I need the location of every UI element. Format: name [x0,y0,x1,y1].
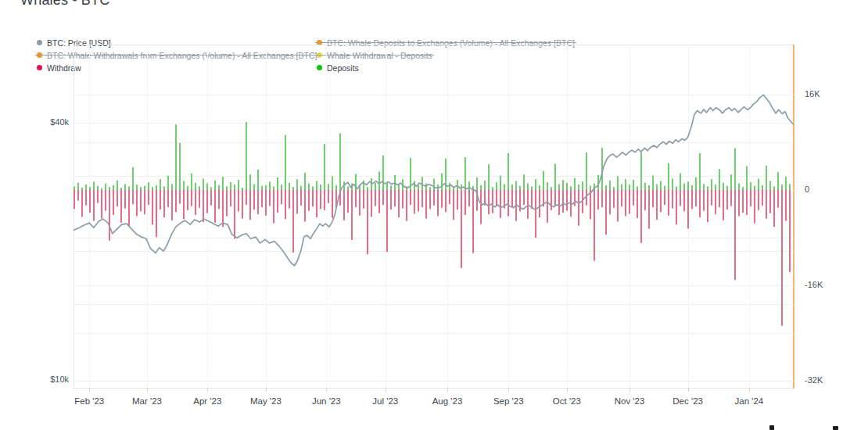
bar [723,190,724,220]
bar [629,185,630,190]
bar [312,190,314,206]
bar [347,186,349,190]
bar [343,190,345,220]
bar [242,188,243,190]
legend-dot-btc-price [37,40,42,45]
bar [97,186,99,190]
bar [441,190,443,208]
month-tickmark [326,388,327,392]
bar [500,190,501,218]
bar [117,190,118,206]
bar [128,190,130,226]
bar [269,181,271,190]
bar [781,185,783,190]
month-tickmark [447,388,448,392]
bar [758,190,759,210]
bar [734,149,736,190]
bar [629,190,630,213]
bar [547,182,548,190]
bar [109,190,110,241]
bar [621,190,622,206]
bar [508,190,509,217]
bar [683,190,685,211]
bar [117,181,118,190]
bar [594,190,595,261]
bar [644,190,646,210]
legend-dot-withdraw [37,65,42,70]
bar [421,190,423,207]
bar [574,190,576,206]
bar [769,181,771,190]
bar [695,177,697,190]
bar [120,190,122,223]
bar [711,179,712,190]
volume-tick-label: -16K [805,280,823,289]
bar [558,184,560,190]
month-tick-label: Sep '23 [493,396,524,406]
bar [179,143,181,190]
bar [625,190,626,217]
bar [676,186,677,190]
bar [421,177,423,190]
bar [242,190,243,219]
bar [445,190,447,212]
bar [590,186,591,190]
bar [570,186,572,190]
bar [676,190,677,224]
plot-border-bottom [74,388,794,389]
plot-area[interactable] [74,45,794,388]
bar [766,190,767,219]
bar [136,185,138,190]
bar [113,185,114,190]
month-tickmark [629,388,630,392]
bar [234,190,235,238]
bar [754,190,755,224]
bar [742,190,744,213]
bar [519,186,521,190]
bar [163,190,165,217]
month-tick-label: Oct '23 [553,396,581,406]
bar [496,190,497,206]
bar [726,190,728,210]
bar [105,184,106,190]
bar [758,178,759,189]
month-tick-label: May '23 [250,396,282,406]
bar [238,190,239,211]
bar [85,185,87,190]
bar [785,177,787,190]
bar [179,190,181,204]
bar [85,190,87,206]
bar [320,190,321,209]
bar [527,190,529,219]
volume-tick-label: -32K [805,375,823,385]
bar [640,190,642,243]
bar [300,190,302,206]
bar [468,190,470,206]
cropped-watermark-fragment [833,426,838,430]
bar [554,163,556,190]
bar [101,188,102,190]
month-tick-label: Jul '23 [372,396,398,406]
bar [261,190,263,207]
bar [738,184,740,190]
bar [418,185,419,190]
bar [81,188,83,190]
volume-tick-label: 16K [805,89,820,99]
bar [789,184,791,190]
bar [335,185,337,190]
bar [449,190,450,204]
bar [281,185,282,190]
bar [378,190,380,213]
bar [750,182,751,190]
bar [93,181,95,190]
bar [562,190,564,213]
bar [375,183,376,190]
bar [230,190,231,206]
bar [511,185,513,190]
bar [273,186,274,190]
bar [551,190,552,210]
bar [148,182,149,190]
bar [191,190,192,206]
bar [754,186,755,190]
bar [140,190,142,211]
